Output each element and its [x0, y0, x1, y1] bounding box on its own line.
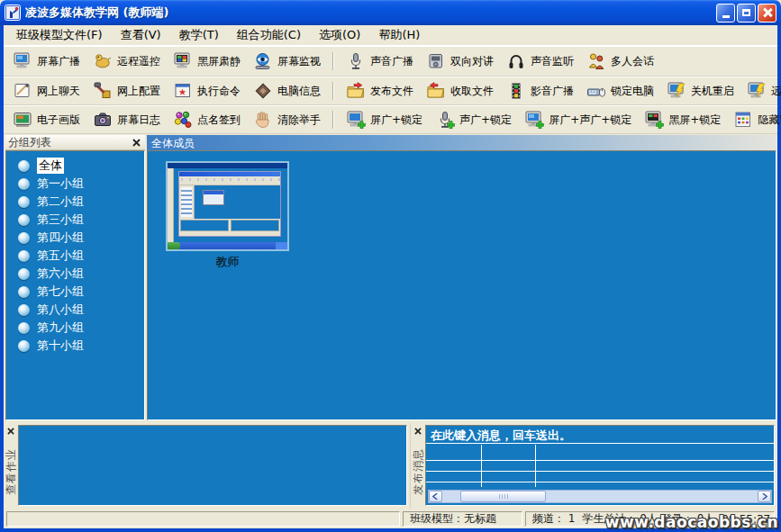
toolbar-button-label: 黑屏+锁定	[668, 113, 721, 128]
homework-panel-close-button[interactable]	[5, 425, 16, 437]
toolbar-button-label: 点名签到	[197, 113, 241, 128]
black-lock-icon	[644, 110, 664, 130]
group-item-9[interactable]: 第九小组	[6, 319, 144, 337]
toolbar-button-two-way-talk[interactable]: 双向对讲	[420, 50, 500, 72]
watermark-text: www.daocaobbs.cn	[605, 513, 778, 531]
toolbar-button-label: 远程开机	[771, 84, 781, 99]
toolbar-button-multi-user-talk[interactable]: 多人会话	[580, 50, 660, 72]
toolbar-button-voice-monitor[interactable]: 声音监听	[500, 50, 580, 72]
toolbar-row-3: 电子画版屏幕日志点名签到清除举手屏广+锁定声广+锁定屏广+声广+锁定黑屏+锁定隐…	[4, 105, 777, 134]
toolbar-button-screen-log[interactable]: 屏幕日志	[86, 109, 167, 131]
group-list-panel: 分组列表 全体第一小组第二小组第三小组第四小组第五小组第六小组第七小组第八小组第…	[5, 135, 145, 420]
member-label: 教师	[166, 254, 289, 270]
toolbar-button-screen-broadcast[interactable]: 屏幕广播	[6, 50, 86, 72]
remote-control-icon	[93, 51, 113, 71]
group-list-close-button[interactable]	[131, 137, 142, 149]
group-item-0[interactable]: 全体	[6, 157, 144, 175]
group-item-label: 第二小组	[37, 194, 84, 210]
members-header: 全体成员	[147, 135, 776, 150]
group-item-5[interactable]: 第五小组	[6, 247, 144, 265]
message-area: 在此键入消息，回车送出。	[425, 425, 775, 506]
pc-info-icon	[253, 81, 273, 101]
toolbar-button-av-broadcast[interactable]: 影音广播	[500, 80, 580, 102]
message-input-hint[interactable]: 在此键入消息，回车送出。	[426, 426, 774, 444]
menu-item-2[interactable]: 教学(T)	[170, 24, 228, 46]
group-list-header: 分组列表	[5, 135, 145, 150]
toolbar-button-send-file[interactable]: 发布文件	[340, 80, 420, 102]
group-item-label: 第七小组	[37, 284, 84, 300]
window-title: 凌波多媒体教学网 (教师端)	[25, 5, 712, 21]
group-item-4[interactable]: 第四小组	[6, 229, 144, 247]
toolbar-button-voice-broadcast[interactable]: 声音广播	[340, 50, 420, 72]
menu-item-3[interactable]: 组合功能(C)	[228, 24, 310, 46]
toolbar-button-hide-window[interactable]: 隐藏窗口	[727, 109, 781, 131]
toolbar-button-black-lock[interactable]: 黑屏+锁定	[638, 109, 727, 131]
screen-log-icon	[93, 110, 113, 130]
toolbar-button-screen-watch[interactable]: 屏幕监视	[247, 50, 327, 72]
toolbar-button-label: 网上配置	[117, 84, 160, 99]
toolbar-button-exec-command[interactable]: 执行命令	[167, 80, 247, 102]
group-item-label: 第十小组	[37, 338, 84, 354]
group-item-1[interactable]: 第一小组	[6, 175, 144, 193]
collect-file-icon	[426, 81, 446, 101]
group-item-label: 第八小组	[37, 302, 84, 318]
toolbar-button-clear-hand[interactable]: 清除举手	[247, 109, 327, 131]
group-item-2[interactable]: 第二小组	[6, 193, 144, 211]
message-panel-label: 发布消息	[411, 448, 426, 495]
homework-view-area[interactable]	[18, 425, 407, 506]
group-item-10[interactable]: 第十小组	[6, 337, 144, 355]
toolbar-button-remote-poweron[interactable]: 远程开机	[740, 80, 781, 102]
group-item-3[interactable]: 第三小组	[6, 211, 144, 229]
group-item-label: 第一小组	[37, 176, 84, 192]
group-item-8[interactable]: 第八小组	[6, 301, 144, 319]
members-area: 教师	[147, 150, 776, 420]
app-logo-icon	[5, 5, 21, 21]
scroll-right-button[interactable]	[758, 491, 771, 502]
toolbar-button-black-screen[interactable]: 黑屏肃静	[167, 50, 247, 72]
maximize-button[interactable]	[737, 4, 756, 23]
toolbar-button-net-chat[interactable]: 网上聊天	[6, 80, 86, 102]
group-item-6[interactable]: 第六小组	[6, 265, 144, 283]
toolbar-button-whiteboard[interactable]: 电子画版	[6, 109, 86, 131]
member-screen-thumbnail[interactable]	[166, 161, 289, 251]
group-sphere-icon	[18, 322, 30, 334]
screen-lock-icon	[346, 110, 366, 130]
scrollbar-thumb[interactable]	[460, 491, 546, 502]
group-sphere-icon	[18, 340, 30, 352]
toolbar-button-voice-lock[interactable]: 声广+锁定	[429, 109, 518, 131]
toolbar-button-remote-control[interactable]: 远程遥控	[86, 50, 167, 72]
toolbar-button-screen-lock[interactable]: 屏广+锁定	[340, 109, 429, 131]
titlebar: 凌波多媒体教学网 (教师端)	[0, 0, 781, 25]
close-button[interactable]	[758, 4, 776, 23]
status-segment-empty	[6, 511, 400, 527]
black-screen-icon	[173, 51, 193, 71]
toolbar-button-roll-call[interactable]: 点名签到	[167, 109, 247, 131]
message-horizontal-scrollbar[interactable]	[428, 490, 772, 503]
toolbar-button-label: 发布文件	[370, 84, 413, 99]
scroll-left-button[interactable]	[429, 491, 442, 502]
menu-item-0[interactable]: 班级模型文件(F)	[7, 24, 112, 46]
toolbar-button-net-config[interactable]: 网上配置	[86, 80, 167, 102]
toolbar-button-label: 电子画版	[37, 113, 80, 128]
toolbar-button-label: 收取文件	[450, 84, 494, 99]
send-file-icon	[346, 81, 366, 101]
toolbar-button-collect-file[interactable]: 收取文件	[420, 80, 500, 102]
group-sphere-icon	[18, 214, 30, 226]
exec-command-icon	[173, 81, 193, 101]
menu-item-5[interactable]: 帮助(H)	[369, 24, 429, 46]
minimize-button[interactable]	[716, 4, 735, 23]
toolbar-button-screen-voice-lock[interactable]: 屏广+声广+锁定	[518, 109, 638, 131]
group-item-7[interactable]: 第七小组	[6, 283, 144, 301]
group-list-title: 分组列表	[8, 135, 51, 150]
voice-monitor-icon	[506, 51, 526, 71]
menu-item-4[interactable]: 选项(O)	[310, 24, 369, 46]
menu-item-1[interactable]: 查看(V)	[112, 24, 170, 46]
toolbar-button-pc-info[interactable]: 电脑信息	[247, 80, 327, 102]
toolbar-button-lock-pc[interactable]: 锁定电脑	[580, 80, 660, 102]
toolbar-button-shutdown-restart[interactable]: 关机重启	[660, 80, 740, 102]
message-panel-close-button[interactable]	[412, 425, 423, 437]
group-sphere-icon	[18, 232, 30, 244]
member-item-teacher[interactable]: 教师	[166, 161, 289, 270]
voice-lock-icon	[435, 110, 455, 130]
toolbar-separator	[332, 52, 334, 70]
